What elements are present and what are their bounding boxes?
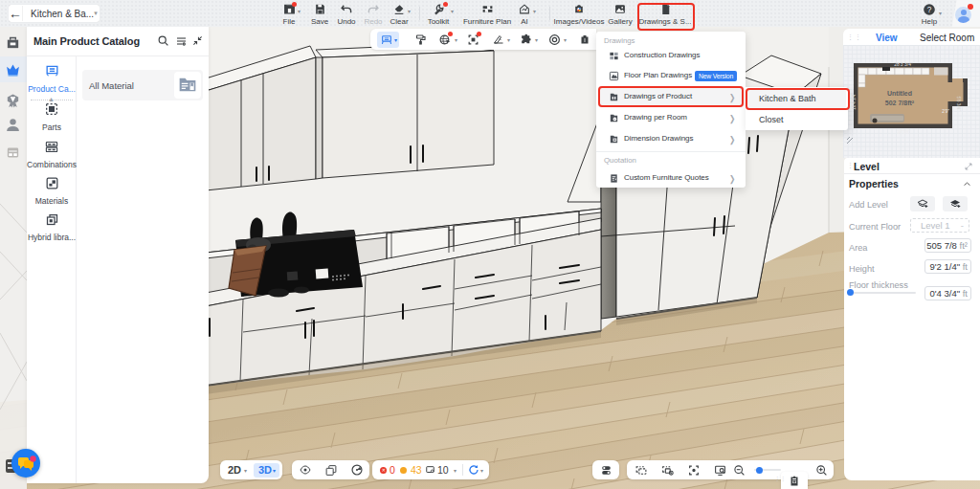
svg-text:2'9": 2'9"	[942, 109, 949, 114]
svg-text:5'6 3/4": 5'6 3/4"	[956, 97, 961, 111]
svg-text:28'3 3/4": 28'3 3/4"	[894, 61, 913, 67]
svg-text:?: ?	[927, 6, 932, 14]
svg-text:24'3/8": 24'3/8"	[897, 130, 910, 135]
svg-text:502 7/8ft²: 502 7/8ft²	[885, 100, 915, 106]
svg-text:Untitled: Untitled	[887, 90, 912, 97]
svg-text:16'4 3/4": 16'4 3/4"	[852, 93, 857, 110]
